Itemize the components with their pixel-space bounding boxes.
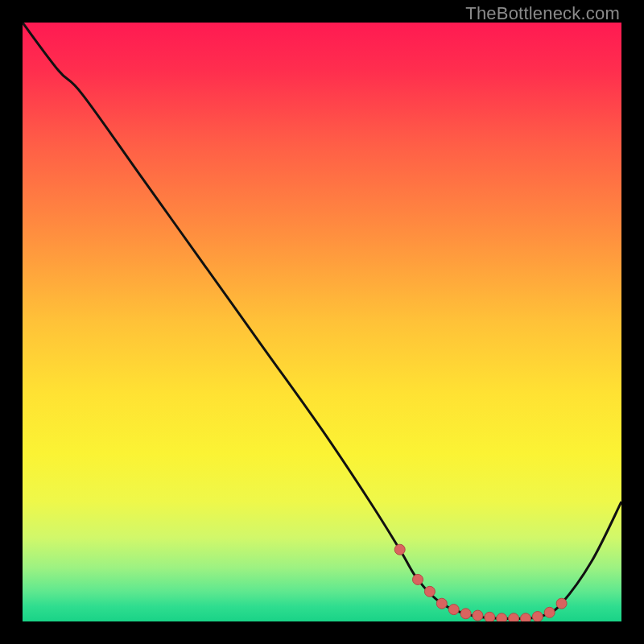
chart-frame: TheBottleneck.com [0,0,644,644]
svg-rect-0 [23,23,621,621]
attribution-text: TheBottleneck.com [465,3,620,24]
plot-area [23,23,621,621]
background-gradient [23,23,621,621]
